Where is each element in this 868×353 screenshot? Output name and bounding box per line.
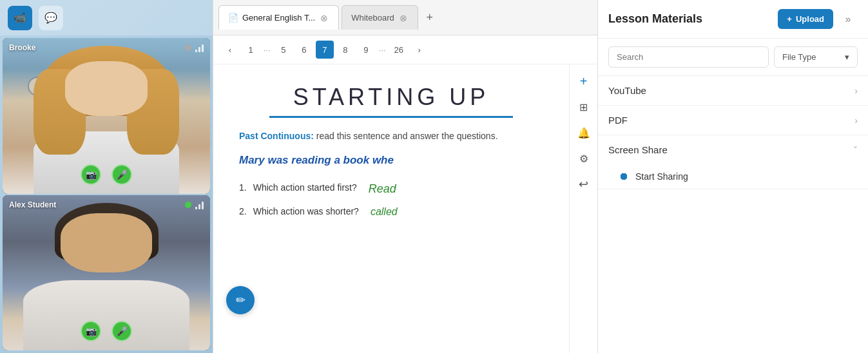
tab-whiteboard[interactable]: Whiteboard ⊗ bbox=[342, 5, 418, 30]
alex-mute-controls: 📷 🎤 bbox=[81, 321, 132, 341]
doc-title-underline bbox=[269, 116, 513, 118]
tab-close-whiteboard[interactable]: ⊗ bbox=[398, 14, 409, 23]
doc-sentence: Mary was reading a book whe bbox=[239, 154, 543, 167]
tab-add-button[interactable]: + bbox=[421, 8, 439, 26]
mic-icon-green: 🎤 bbox=[117, 326, 128, 336]
tab-general-english[interactable]: 📄 General English T... ⊗ bbox=[218, 5, 339, 30]
mic-icon: 🎤 bbox=[117, 169, 128, 180]
doc-instruction: Past Continuous: read this sentence and … bbox=[239, 131, 543, 141]
doc-area: STARTING UP Past Continuous: read this s… bbox=[213, 64, 597, 353]
doc-title: STARTING UP bbox=[239, 84, 543, 111]
page-1-button[interactable]: 1 bbox=[242, 41, 260, 59]
page-9-button[interactable]: 9 bbox=[357, 41, 375, 59]
youtube-chevron-icon: › bbox=[854, 86, 858, 96]
start-sharing-label: Start Sharing bbox=[635, 171, 688, 182]
main-area: 📄 General English T... ⊗ Whiteboard ⊗ + … bbox=[213, 0, 597, 353]
bell-icon: 🔔 bbox=[577, 127, 590, 139]
history-tool-button[interactable]: ↩ bbox=[572, 173, 595, 196]
layers-tool-button[interactable]: ⊞ bbox=[572, 95, 595, 119]
question-2: 2. Which action was shorter? called bbox=[239, 206, 543, 218]
material-list: YouTube › PDF › Screen Share ˅ ⏺ Start S… bbox=[598, 76, 868, 353]
brooke-mic-indicator bbox=[185, 44, 191, 51]
alex-mic-btn[interactable]: 🎤 bbox=[111, 321, 132, 341]
history-icon: ↩ bbox=[579, 177, 588, 191]
chat-button[interactable]: 💬 bbox=[39, 6, 63, 30]
page-dots-2: ··· bbox=[378, 45, 387, 55]
file-type-label: File Type bbox=[782, 52, 816, 62]
signal-bar-1 bbox=[195, 50, 197, 52]
doc-content: STARTING UP Past Continuous: read this s… bbox=[213, 64, 569, 353]
q2-answer: called bbox=[371, 206, 398, 218]
brooke-controls bbox=[185, 43, 204, 52]
alex-mic-indicator bbox=[185, 202, 191, 208]
left-panel: 📹 💬 Brooke bbox=[0, 0, 213, 353]
pdf-label: PDF bbox=[608, 115, 628, 126]
brooke-mic-btn[interactable]: 🎤 bbox=[111, 164, 132, 185]
right-panel-header: Lesson Materials + Upload » bbox=[598, 0, 868, 39]
youtube-label: YouTube bbox=[608, 85, 646, 96]
alex-controls bbox=[185, 200, 204, 209]
brooke-mute-controls: 📷 🎤 bbox=[81, 164, 132, 185]
tab-general-english-label: General English T... bbox=[242, 13, 315, 23]
tab-whiteboard-label: Whiteboard bbox=[351, 13, 394, 23]
pdf-chevron-icon: › bbox=[854, 115, 858, 126]
page-8-button[interactable]: 8 bbox=[336, 41, 354, 59]
gear-tool-button[interactable]: ⚙ bbox=[572, 147, 595, 170]
q2-number: 2. bbox=[239, 206, 247, 216]
brooke-signal bbox=[195, 43, 204, 52]
pencil-icon: ✏ bbox=[236, 293, 246, 307]
alex-signal bbox=[195, 200, 204, 209]
video-container: Brooke 📷 🎤 bbox=[0, 35, 213, 353]
upload-label: Upload bbox=[796, 14, 824, 24]
question-1: 1. Which action started first? Read bbox=[239, 182, 543, 196]
page-next-button[interactable]: › bbox=[410, 41, 429, 59]
chevron-down-icon: ▾ bbox=[845, 52, 849, 62]
video-tile-brooke: Brooke 📷 🎤 bbox=[3, 38, 210, 194]
signal-bar-3 bbox=[202, 44, 204, 52]
file-type-dropdown[interactable]: File Type ▾ bbox=[774, 46, 858, 68]
tab-close-general[interactable]: ⊗ bbox=[319, 14, 329, 23]
instruction-text: read this sentence and answer the questi… bbox=[316, 131, 498, 141]
upload-plus-icon: + bbox=[787, 14, 792, 24]
video-tile-alex: Alex Student 📷 🎤 bbox=[3, 195, 210, 351]
upload-button[interactable]: + Upload bbox=[778, 9, 833, 29]
q1-text: Which action started first? bbox=[253, 182, 357, 193]
plus-icon: + bbox=[580, 74, 588, 89]
start-sharing-icon: ⏺ bbox=[619, 171, 629, 182]
screen-share-chevron-icon: ˅ bbox=[853, 145, 858, 155]
lesson-materials-title: Lesson Materials bbox=[608, 12, 702, 26]
add-tool-button[interactable]: + bbox=[572, 70, 595, 93]
pagination-bar: ‹ 1 ··· 5 6 7 8 9 ··· 26 › bbox=[213, 35, 597, 64]
screen-share-label: Screen Share bbox=[608, 144, 668, 155]
brooke-label: Brooke bbox=[9, 43, 35, 52]
page-7-button[interactable]: 7 bbox=[316, 41, 334, 59]
q1-number: 1. bbox=[239, 182, 247, 193]
gear-icon: ⚙ bbox=[579, 153, 588, 165]
material-item-youtube[interactable]: YouTube › bbox=[598, 76, 868, 106]
search-bar: File Type ▾ bbox=[598, 39, 868, 76]
cam-icon: 📷 bbox=[86, 326, 97, 336]
material-item-pdf[interactable]: PDF › bbox=[598, 106, 868, 135]
cam-icon: 📷 bbox=[86, 169, 97, 180]
page-5-button[interactable]: 5 bbox=[275, 41, 293, 59]
page-prev-button[interactable]: ‹ bbox=[221, 41, 239, 59]
search-input[interactable] bbox=[608, 46, 769, 68]
page-26-button[interactable]: 26 bbox=[390, 41, 408, 59]
collapse-button[interactable]: » bbox=[838, 10, 858, 29]
chevron-right-icon: » bbox=[845, 14, 851, 25]
material-item-screen-share[interactable]: Screen Share ˅ bbox=[598, 135, 868, 164]
doc-toolbar: + ⊞ 🔔 ⚙ ↩ bbox=[569, 64, 597, 353]
alex-cam-btn[interactable]: 📷 bbox=[81, 321, 101, 341]
alex-label: Alex Student bbox=[9, 200, 56, 209]
top-bar: 📹 💬 bbox=[0, 0, 213, 35]
brooke-cam-btn[interactable]: 📷 bbox=[81, 164, 101, 185]
signal-bar-3 bbox=[202, 202, 204, 209]
bell-tool-button[interactable]: 🔔 bbox=[572, 121, 595, 144]
signal-bar-2 bbox=[198, 47, 200, 52]
video-button[interactable]: 📹 bbox=[8, 6, 32, 30]
layers-icon: ⊞ bbox=[579, 101, 588, 113]
start-sharing-item[interactable]: ⏺ Start Sharing bbox=[598, 164, 868, 189]
pencil-button[interactable]: ✏ bbox=[226, 286, 255, 314]
q2-text: Which action was shorter? bbox=[253, 206, 359, 216]
page-6-button[interactable]: 6 bbox=[295, 41, 313, 59]
